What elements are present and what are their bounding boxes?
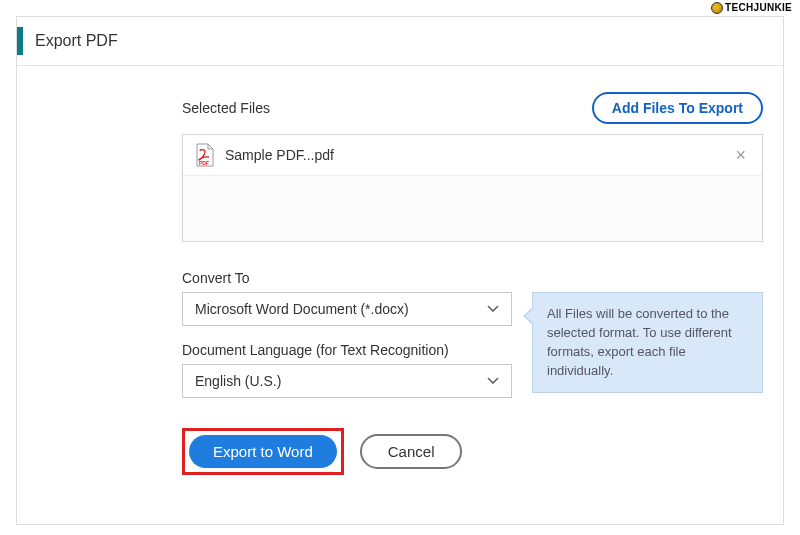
export-to-word-button[interactable]: Export to Word <box>189 435 337 468</box>
chevron-down-icon <box>487 377 499 385</box>
document-language-value: English (U.S.) <box>195 373 487 389</box>
selected-files-label: Selected Files <box>182 100 270 116</box>
watermark-icon <box>711 2 723 14</box>
export-pdf-panel: Export PDF Selected Files Add Files To E… <box>16 16 784 525</box>
convert-to-label: Convert To <box>182 270 512 286</box>
page-title: Export PDF <box>35 32 118 50</box>
file-row[interactable]: PDF Sample PDF...pdf × <box>183 135 762 176</box>
format-tooltip: All Files will be converted to the selec… <box>532 292 763 393</box>
convert-section: Convert To Microsoft Word Document (*.do… <box>182 270 763 414</box>
chevron-down-icon <box>487 305 499 313</box>
document-language-label: Document Language (for Text Recognition) <box>182 342 512 358</box>
document-language-select[interactable]: English (U.S.) <box>182 364 512 398</box>
cancel-button[interactable]: Cancel <box>360 434 463 469</box>
svg-text:PDF: PDF <box>199 160 209 166</box>
pdf-file-icon: PDF <box>195 143 215 167</box>
convert-to-select[interactable]: Microsoft Word Document (*.docx) <box>182 292 512 326</box>
highlight-annotation: Export to Word <box>182 428 344 475</box>
file-name: Sample PDF...pdf <box>225 147 731 163</box>
remove-file-icon[interactable]: × <box>731 146 750 164</box>
action-row: Export to Word Cancel <box>182 428 763 475</box>
selected-files-header-row: Selected Files Add Files To Export <box>182 92 763 124</box>
panel-body: Selected Files Add Files To Export PDF S… <box>17 66 783 491</box>
convert-left-column: Convert To Microsoft Word Document (*.do… <box>182 270 512 414</box>
panel-header: Export PDF <box>17 17 783 66</box>
watermark: TECHJUNKIE <box>711 2 792 14</box>
add-files-button[interactable]: Add Files To Export <box>592 92 763 124</box>
header-accent <box>17 27 23 55</box>
file-list: PDF Sample PDF...pdf × <box>182 134 763 242</box>
convert-to-value: Microsoft Word Document (*.docx) <box>195 301 487 317</box>
